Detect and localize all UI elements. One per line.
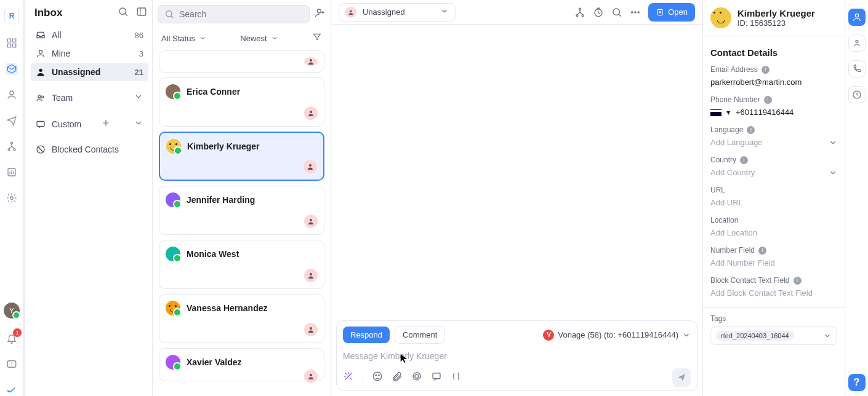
- language-select[interactable]: Add Language: [710, 134, 837, 151]
- status-filter[interactable]: All Status: [161, 34, 206, 43]
- workflow-icon[interactable]: [6, 140, 18, 152]
- conversation-item-partial[interactable]: [159, 50, 324, 73]
- info-icon[interactable]: !: [747, 126, 755, 134]
- collapse-icon[interactable]: [136, 6, 147, 20]
- inbox-icon[interactable]: [6, 63, 18, 75]
- avatar: [166, 247, 180, 261]
- respond-tab[interactable]: Respond: [343, 327, 390, 343]
- unassigned-avatar-icon: [304, 323, 318, 336]
- conversation-item[interactable]: Monica West: [159, 240, 324, 289]
- svg-point-39: [376, 375, 377, 376]
- plus-icon[interactable]: [101, 118, 111, 130]
- info-icon[interactable]: !: [794, 277, 802, 285]
- email-value[interactable]: parkerrobert@martin.com: [710, 74, 837, 90]
- svg-point-15: [38, 95, 41, 98]
- url-input[interactable]: Add URL: [710, 194, 837, 211]
- ai-assist-icon[interactable]: [343, 371, 354, 384]
- search-input[interactable]: [179, 9, 303, 19]
- sidebar-item-team[interactable]: Team: [31, 87, 148, 108]
- emoji-icon[interactable]: [372, 371, 383, 384]
- block-text-field: Block Contact Text Field! Add Block Cont…: [703, 274, 845, 304]
- snippet-icon[interactable]: [431, 371, 442, 384]
- send-button[interactable]: [672, 368, 691, 387]
- sidebar-item-blocked[interactable]: Blocked Contacts: [31, 140, 148, 159]
- sidebar-item-custom[interactable]: Custom: [31, 114, 148, 134]
- language-field: Language! Add Language: [703, 123, 845, 153]
- svg-point-41: [415, 374, 419, 378]
- filter-icon[interactable]: [312, 32, 322, 44]
- conversation-item[interactable]: Jennifer Harding: [159, 186, 324, 235]
- contact-name: Kimberly Krueger: [737, 8, 815, 18]
- phone-tab-icon[interactable]: [848, 60, 866, 77]
- sidebar-item-unassigned[interactable]: Unassigned 21: [31, 63, 148, 81]
- help-widget[interactable]: ?: [848, 374, 866, 391]
- info-icon[interactable]: !: [740, 156, 748, 164]
- sidebar-item-mine[interactable]: Mine 3: [31, 44, 148, 63]
- settings-icon[interactable]: [6, 192, 18, 204]
- number-input[interactable]: Add Number Field: [710, 255, 837, 271]
- search-input-wrap[interactable]: [158, 5, 310, 23]
- svg-point-31: [582, 14, 584, 16]
- info-icon[interactable]: !: [758, 247, 766, 255]
- search-conversation-icon[interactable]: [611, 7, 622, 18]
- svg-point-26: [310, 327, 312, 330]
- info-icon[interactable]: !: [762, 66, 770, 74]
- conversation-item-selected[interactable]: Kimberly Krueger: [159, 132, 324, 181]
- svg-point-24: [310, 219, 312, 221]
- add-contact-icon[interactable]: [315, 7, 326, 21]
- sidebar-item-all[interactable]: All 86: [31, 26, 148, 44]
- snooze-icon[interactable]: [593, 7, 604, 18]
- tags-select[interactable]: rted_20240403_16044: [710, 327, 837, 345]
- assignee-dropdown[interactable]: Unassigned: [339, 3, 456, 22]
- broadcast-icon[interactable]: [6, 114, 18, 127]
- avatar: [166, 301, 180, 315]
- phone-value[interactable]: ▾+601119416444: [710, 104, 837, 121]
- vonage-icon: V: [543, 330, 554, 341]
- help-icon[interactable]: [6, 358, 18, 370]
- svg-point-36: [638, 11, 639, 12]
- conversation-item[interactable]: Vanessa Hernandez: [159, 294, 324, 343]
- reports-icon[interactable]: [6, 166, 18, 178]
- svg-point-43: [855, 14, 858, 17]
- conversation-item[interactable]: Xavier Valdez: [159, 348, 324, 381]
- status-icon[interactable]: [6, 384, 18, 396]
- info-icon[interactable]: !: [764, 96, 772, 104]
- svg-point-16: [42, 96, 44, 98]
- svg-point-30: [576, 14, 578, 16]
- mention-icon[interactable]: [411, 371, 422, 384]
- svg-point-28: [350, 10, 352, 12]
- more-icon[interactable]: [630, 7, 641, 18]
- attachment-icon[interactable]: [392, 371, 403, 384]
- status-label: All Status: [161, 34, 195, 43]
- open-button[interactable]: Open: [648, 3, 695, 22]
- svg-point-11: [119, 8, 126, 15]
- block-input[interactable]: Add Block Contact Text Field: [710, 285, 837, 301]
- chevron-down-icon: [823, 331, 832, 340]
- inbox-search-icon[interactable]: [118, 6, 129, 20]
- assignee-label: Unassigned: [363, 7, 405, 17]
- contact-name: Xavier Valdez: [187, 357, 242, 367]
- country-field: Country! Add Country: [703, 153, 845, 183]
- location-input[interactable]: Add Location: [710, 224, 837, 241]
- contacts-icon[interactable]: [6, 89, 18, 101]
- app-logo[interactable]: R: [4, 9, 19, 23]
- current-user-avatar[interactable]: Y: [4, 303, 20, 319]
- channel-selector[interactable]: V Vonage (58) (to: +601119416444): [543, 330, 691, 341]
- country-select[interactable]: Add Country: [710, 164, 837, 181]
- item-count: 21: [135, 68, 143, 77]
- channels-tab-icon[interactable]: [848, 34, 866, 52]
- unassigned-avatar-icon: [304, 269, 318, 282]
- comment-tab[interactable]: Comment: [395, 326, 445, 344]
- workflow-trigger-icon[interactable]: [574, 7, 585, 18]
- dashboard-icon[interactable]: [6, 37, 18, 49]
- chevron-down-icon: [134, 92, 143, 103]
- activity-tab-icon[interactable]: [848, 86, 866, 103]
- notifications-icon[interactable]: 1: [6, 332, 18, 344]
- conversation-item[interactable]: Erica Conner: [159, 77, 324, 127]
- message-input[interactable]: [343, 349, 691, 363]
- svg-point-23: [309, 164, 311, 167]
- contact-info-tab-icon[interactable]: [848, 9, 866, 26]
- location-field: Location Add Location: [703, 213, 845, 244]
- variable-icon[interactable]: [451, 371, 462, 384]
- sort-filter[interactable]: Newest: [240, 34, 278, 43]
